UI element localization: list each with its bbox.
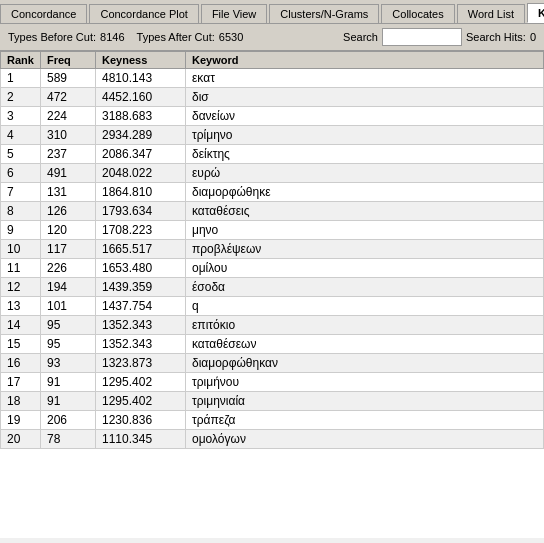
cell-keyword: τρίμηνο	[186, 126, 544, 145]
cell-rank: 20	[1, 430, 41, 449]
cell-keyness: 1708.223	[96, 221, 186, 240]
cell-keyword: εκατ	[186, 69, 544, 88]
cell-rank: 2	[1, 88, 41, 107]
table-row[interactable]: 15951352.343καταθέσεων	[1, 335, 544, 354]
table-row[interactable]: 121941439.359έσοδα	[1, 278, 544, 297]
types-after-cut: Types After Cut: 6530	[137, 31, 244, 43]
cell-keyness: 1352.343	[96, 316, 186, 335]
cell-rank: 8	[1, 202, 41, 221]
tab-bar: Concordance Concordance Plot File View C…	[0, 0, 544, 24]
table-row[interactable]: 64912048.022ευρώ	[1, 164, 544, 183]
cell-rank: 3	[1, 107, 41, 126]
cell-keyness: 2934.289	[96, 126, 186, 145]
cell-keyness: 1437.754	[96, 297, 186, 316]
cell-freq: 224	[41, 107, 96, 126]
cell-freq: 589	[41, 69, 96, 88]
table-row[interactable]: 131011437.754q	[1, 297, 544, 316]
table-row[interactable]: 43102934.289τρίμηνο	[1, 126, 544, 145]
table-row[interactable]: 81261793.634καταθέσεις	[1, 202, 544, 221]
col-header-keyness: Keyness	[96, 52, 186, 69]
tab-file-view[interactable]: File View	[201, 4, 267, 23]
table-row[interactable]: 24724452.160δισ	[1, 88, 544, 107]
cell-freq: 226	[41, 259, 96, 278]
table-row[interactable]: 52372086.347δείκτης	[1, 145, 544, 164]
col-header-rank: Rank	[1, 52, 41, 69]
cell-keyword: έσοδα	[186, 278, 544, 297]
cell-rank: 19	[1, 411, 41, 430]
cell-rank: 17	[1, 373, 41, 392]
cell-keyword: ομολόγων	[186, 430, 544, 449]
cell-keyness: 1110.345	[96, 430, 186, 449]
cell-keyword: προβλέψεων	[186, 240, 544, 259]
cell-freq: 91	[41, 373, 96, 392]
types-after-cut-label: Types After Cut:	[137, 31, 215, 43]
tab-keyword-list[interactable]: Keyword List	[527, 3, 544, 23]
table-row[interactable]: 32243188.683δανείων	[1, 107, 544, 126]
cell-keyness: 4452.160	[96, 88, 186, 107]
cell-rank: 5	[1, 145, 41, 164]
cell-keyness: 1323.873	[96, 354, 186, 373]
cell-rank: 1	[1, 69, 41, 88]
cell-keyness: 1665.517	[96, 240, 186, 259]
cell-keyword: ευρώ	[186, 164, 544, 183]
tab-clusters-ngrams[interactable]: Clusters/N-Grams	[269, 4, 379, 23]
cell-keyness: 1295.402	[96, 373, 186, 392]
cell-keyword: ομίλου	[186, 259, 544, 278]
toolbar: Types Before Cut: 8146 Types After Cut: …	[0, 24, 544, 51]
cell-freq: 95	[41, 335, 96, 354]
types-before-cut-label: Types Before Cut:	[8, 31, 96, 43]
cell-keyness: 1793.634	[96, 202, 186, 221]
search-section: Search Search Hits: 0	[343, 28, 536, 46]
cell-keyword: τριμηνιαία	[186, 392, 544, 411]
tab-collocates[interactable]: Collocates	[381, 4, 454, 23]
cell-freq: 95	[41, 316, 96, 335]
table-row[interactable]: 16931323.873διαμορφώθηκαν	[1, 354, 544, 373]
cell-keyness: 1653.480	[96, 259, 186, 278]
tab-concordance[interactable]: Concordance	[0, 4, 87, 23]
cell-rank: 4	[1, 126, 41, 145]
cell-freq: 91	[41, 392, 96, 411]
cell-keyword: μηνο	[186, 221, 544, 240]
cell-freq: 237	[41, 145, 96, 164]
table-row[interactable]: 192061230.836τράπεζα	[1, 411, 544, 430]
table-row[interactable]: 20781110.345ομολόγων	[1, 430, 544, 449]
table-row[interactable]: 14951352.343επιτόκιο	[1, 316, 544, 335]
table-row[interactable]: 15894810.143εκατ	[1, 69, 544, 88]
cell-keyness: 1864.810	[96, 183, 186, 202]
table-row[interactable]: 91201708.223μηνο	[1, 221, 544, 240]
cell-rank: 18	[1, 392, 41, 411]
cell-freq: 310	[41, 126, 96, 145]
table-row[interactable]: 18911295.402τριμηνιαία	[1, 392, 544, 411]
cell-freq: 131	[41, 183, 96, 202]
search-input[interactable]	[382, 28, 462, 46]
keyword-table: Rank Freq Keyness Keyword 15894810.143εκ…	[0, 51, 544, 449]
types-after-cut-value: 6530	[219, 31, 243, 43]
cell-keyness: 3188.683	[96, 107, 186, 126]
search-hits-value: 0	[530, 31, 536, 43]
cell-keyness: 1295.402	[96, 392, 186, 411]
tab-concordance-plot[interactable]: Concordance Plot	[89, 4, 198, 23]
search-label: Search	[343, 31, 378, 43]
cell-freq: 472	[41, 88, 96, 107]
cell-keyness: 4810.143	[96, 69, 186, 88]
cell-freq: 101	[41, 297, 96, 316]
col-header-keyword: Keyword	[186, 52, 544, 69]
cell-rank: 14	[1, 316, 41, 335]
tab-word-list[interactable]: Word List	[457, 4, 525, 23]
cell-keyword: δισ	[186, 88, 544, 107]
cell-keyword: διαμορφώθηκε	[186, 183, 544, 202]
cell-keyword: επιτόκιο	[186, 316, 544, 335]
cell-freq: 491	[41, 164, 96, 183]
cell-freq: 78	[41, 430, 96, 449]
cell-freq: 126	[41, 202, 96, 221]
cell-keyword: δείκτης	[186, 145, 544, 164]
table-row[interactable]: 112261653.480ομίλου	[1, 259, 544, 278]
table-row[interactable]: 17911295.402τριμήνου	[1, 373, 544, 392]
cell-freq: 194	[41, 278, 96, 297]
cell-keyword: τράπεζα	[186, 411, 544, 430]
table-row[interactable]: 101171665.517προβλέψεων	[1, 240, 544, 259]
cell-keyness: 1439.359	[96, 278, 186, 297]
table-row[interactable]: 71311864.810διαμορφώθηκε	[1, 183, 544, 202]
cell-rank: 7	[1, 183, 41, 202]
cell-keyness: 1230.836	[96, 411, 186, 430]
